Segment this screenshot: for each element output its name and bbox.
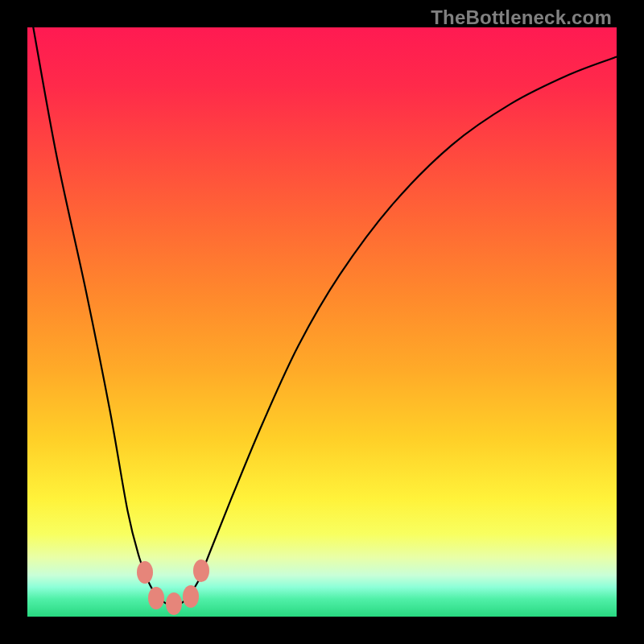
curve-marker [193, 559, 209, 582]
curve-svg [27, 27, 617, 617]
curve-marker [166, 592, 182, 615]
plot-area [27, 27, 617, 617]
curve-marker [148, 587, 164, 609]
watermark-text: TheBottleneck.com [431, 6, 612, 29]
chart-frame: TheBottleneck.com [0, 0, 644, 644]
bottleneck-curve [33, 27, 617, 606]
